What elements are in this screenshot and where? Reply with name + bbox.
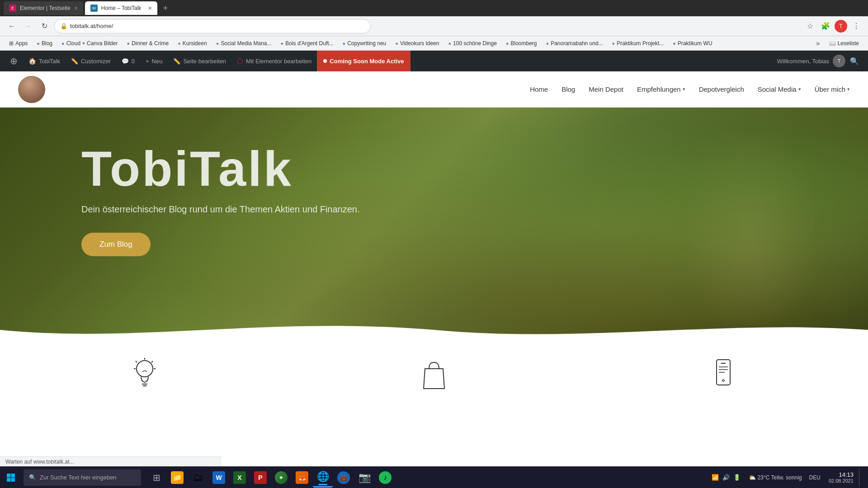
feature-lightbulb bbox=[0, 356, 289, 392]
bookmark-apps[interactable]: ⊞ Apps bbox=[5, 39, 31, 47]
customizer-item[interactable]: ✏️ Customizer bbox=[66, 51, 116, 71]
comments-item[interactable]: 💬 0 bbox=[116, 51, 140, 71]
taskbar-app-misc3[interactable]: 🌐 bbox=[313, 468, 333, 488]
taskbar-app-excel[interactable]: X bbox=[230, 468, 250, 488]
bookmark-cloud-icon: ● bbox=[61, 41, 65, 46]
svg-rect-15 bbox=[11, 474, 15, 478]
weather-icon: ⛅ bbox=[749, 474, 756, 481]
site-name-item[interactable]: 🏠 TobiTalk bbox=[23, 51, 66, 71]
taskbar-clock[interactable]: 14:13 02.08.2021 bbox=[825, 471, 857, 483]
start-button[interactable] bbox=[0, 467, 22, 488]
profile-button[interactable]: T bbox=[835, 20, 847, 33]
clock-date: 02.08.2021 bbox=[829, 478, 854, 483]
taskbar-app-misc2[interactable]: 🦊 bbox=[292, 468, 312, 488]
menu-depotvergleich[interactable]: Depotvergleich bbox=[699, 85, 744, 93]
bookmark-video[interactable]: ● Videokurs Ideen bbox=[392, 39, 443, 47]
taskbar-app-misc1[interactable]: ✦ bbox=[271, 468, 291, 488]
tab-title-2: Home – TobiTalk bbox=[101, 5, 142, 11]
leseliste-button[interactable]: 📖 Leseliste bbox=[826, 39, 863, 47]
coming-soon-button[interactable]: Coming Soon Mode Active bbox=[317, 51, 410, 71]
bookmark-blog[interactable]: ● Blog bbox=[33, 39, 56, 47]
menu-ueber[interactable]: Über mich ▾ bbox=[815, 85, 850, 93]
new-tab-button[interactable]: + bbox=[159, 2, 172, 14]
menu-empfehlungen[interactable]: Empfehlungen ▾ bbox=[637, 85, 685, 93]
status-bar: Warten auf www.tobitalk.at... bbox=[0, 456, 222, 466]
bookmark-bois[interactable]: ● Bois d'Argent Duft... bbox=[277, 39, 337, 47]
bookmark-video-label: Videokurs Ideen bbox=[400, 40, 439, 47]
language-label: DEU bbox=[809, 474, 821, 481]
chrome-menu-button[interactable]: ⋮ bbox=[850, 20, 863, 33]
tab-bar: E Elementor | Testseite × W Home – TobiT… bbox=[0, 0, 868, 16]
bookmark-praktikum1[interactable]: ● Praktikum Projekt... bbox=[609, 39, 668, 47]
taskbar-app-misc4[interactable]: 💼 bbox=[334, 468, 354, 488]
taskbar-app-files[interactable]: 🗂 bbox=[188, 468, 208, 488]
taskbar-app-misc5[interactable]: 📷 bbox=[354, 468, 374, 488]
elementor-item[interactable]: ⬡ Mit Elementor bearbeiten bbox=[231, 51, 317, 71]
leseliste-icon: 📖 bbox=[829, 40, 836, 47]
back-button[interactable]: ← bbox=[5, 20, 18, 33]
bookmark-bois-label: Bois d'Argent Duft... bbox=[285, 40, 333, 47]
tab-close-1[interactable]: × bbox=[74, 5, 78, 12]
taskview-icon: ⊞ bbox=[153, 472, 160, 483]
address-bar[interactable]: 🔒 bbox=[54, 19, 371, 33]
bookmark-dinner-label: Dinner & Crime bbox=[132, 40, 169, 47]
reload-button[interactable]: ↻ bbox=[38, 20, 51, 33]
taskbar-search-placeholder: Zur Suche Text hier eingeben bbox=[40, 474, 117, 481]
bookmark-dinner[interactable]: ● Dinner & Crime bbox=[123, 39, 172, 47]
bookmark-social-icon: ● bbox=[216, 41, 219, 46]
admin-avatar[interactable]: T bbox=[833, 55, 845, 67]
bookmark-100[interactable]: ● 100 schöne Dinge bbox=[444, 39, 500, 47]
bag-icon bbox=[418, 356, 450, 392]
app-green-icon: ✦ bbox=[275, 471, 288, 484]
weather-widget[interactable]: ⛅ 23°C Teilw. sonnig bbox=[749, 474, 802, 481]
taskbar-app-spotify[interactable]: ♪ bbox=[375, 468, 395, 488]
admin-search-icon[interactable]: 🔍 bbox=[845, 57, 863, 66]
browser-tab-1[interactable]: E Elementor | Testseite × bbox=[4, 1, 83, 15]
social-arrow: ▾ bbox=[798, 86, 801, 92]
taskbar-systray: 📶 🔊 🔋 bbox=[708, 474, 744, 481]
coming-soon-label: Coming Soon Mode Active bbox=[330, 58, 404, 65]
menu-social[interactable]: Social Media ▾ bbox=[758, 85, 801, 93]
tab-favicon-2: W bbox=[90, 5, 98, 12]
bookmark-cloud[interactable]: ● Cloud + Canva Bilder bbox=[58, 39, 121, 47]
app-chrome-icon: 🌐 bbox=[317, 471, 329, 483]
site-logo[interactable] bbox=[18, 76, 45, 103]
menu-depot[interactable]: Mein Depot bbox=[589, 85, 623, 93]
hero-cta-button[interactable]: Zum Blog bbox=[81, 233, 151, 256]
bookmark-social[interactable]: ● Social Media Mana... bbox=[212, 39, 275, 47]
show-desktop-button[interactable] bbox=[859, 469, 863, 487]
svg-rect-17 bbox=[11, 478, 15, 482]
bookmark-panorama[interactable]: ● Panoramabahn und... bbox=[542, 39, 607, 47]
menu-home[interactable]: Home bbox=[530, 85, 548, 93]
bookmark-copy[interactable]: ● Copywriting neu bbox=[339, 39, 390, 47]
bookmark-star-button[interactable]: ☆ bbox=[804, 20, 816, 33]
taskbar-search-box[interactable]: 🔍 Zur Suche Text hier eingeben bbox=[24, 469, 141, 486]
bookmark-panorama-label: Panoramabahn und... bbox=[551, 40, 603, 47]
bookmark-praktikum2[interactable]: ● Praktikum WU bbox=[669, 39, 716, 47]
svg-line-5 bbox=[136, 361, 137, 362]
hero-title: TobiTalk bbox=[81, 144, 868, 193]
windows-logo-icon bbox=[6, 473, 15, 482]
menu-blog[interactable]: Blog bbox=[561, 85, 575, 93]
svg-rect-16 bbox=[7, 478, 11, 482]
tab-close-2[interactable]: × bbox=[148, 5, 152, 12]
taskbar-app-ppt[interactable]: P bbox=[250, 468, 270, 488]
bookmarks-more-button[interactable]: » bbox=[814, 39, 822, 47]
tab-title-1: Elementor | Testseite bbox=[20, 5, 71, 11]
edit-page-item[interactable]: ✏️ Seite bearbeiten bbox=[168, 51, 231, 71]
new-item[interactable]: + Neu bbox=[140, 51, 168, 71]
browser-tab-2[interactable]: W Home – TobiTalk × bbox=[85, 1, 157, 15]
taskview-button[interactable]: ⊞ bbox=[146, 468, 166, 488]
files-icon: 🗂 bbox=[193, 472, 203, 483]
site-menu: Home Blog Mein Depot Empfehlungen ▾ Depo… bbox=[530, 85, 850, 93]
taskbar-language[interactable]: DEU bbox=[807, 474, 823, 481]
bookmark-kurs[interactable]: ● Kursideen bbox=[174, 39, 211, 47]
taskbar-app-explorer[interactable]: 📁 bbox=[167, 468, 187, 488]
bookmark-kurs-icon: ● bbox=[178, 41, 181, 46]
taskbar-app-word[interactable]: W bbox=[209, 468, 229, 488]
wp-logo-button[interactable]: ⊕ bbox=[5, 51, 23, 71]
bookmark-bloomberg[interactable]: ● Bloomberg bbox=[502, 39, 541, 47]
url-input[interactable] bbox=[70, 23, 365, 29]
forward-button[interactable]: → bbox=[22, 20, 34, 33]
extension-puzzle-button[interactable]: 🧩 bbox=[819, 20, 832, 33]
